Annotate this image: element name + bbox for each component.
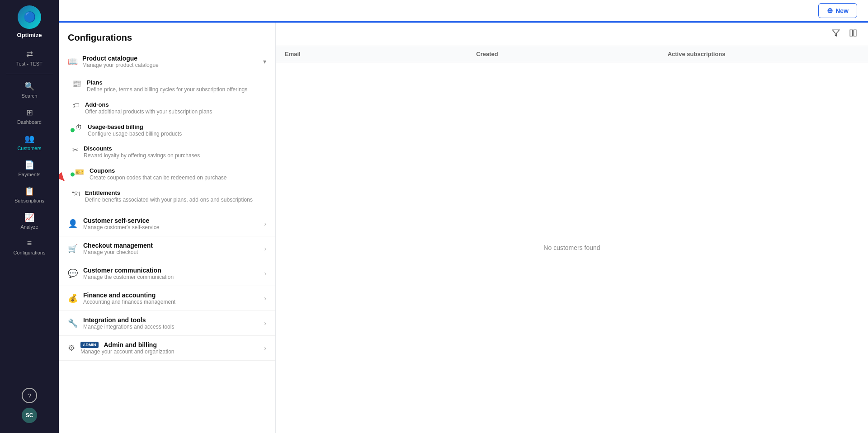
usage-billing-subtitle: Configure usage-based billing products	[88, 130, 182, 138]
finance-icon: 💰	[68, 293, 78, 303]
sidebar-item-customers[interactable]: 👥 Customers	[5, 130, 54, 155]
catalogue-title: Product catalogue	[82, 55, 263, 62]
admin-chevron: ›	[264, 344, 266, 352]
finance-chevron: ›	[264, 295, 266, 302]
sidebar-item-analyze[interactable]: 📈 Analyze	[5, 209, 54, 233]
payments-icon: 📄	[24, 160, 34, 170]
discounts-subtitle: Reward loyalty by offering savings on pu…	[84, 152, 200, 160]
analyze-label: Analyze	[20, 224, 38, 230]
catalogue-icon: 📖	[68, 56, 78, 66]
admin-icon: ⚙	[68, 343, 75, 353]
col-email: Email	[285, 51, 476, 57]
configurations-icon: ≡	[27, 239, 32, 248]
svg-rect-2	[850, 30, 852, 36]
usage-billing-title: Usage-based billing	[88, 123, 182, 130]
new-button[interactable]: ⊕ New	[818, 3, 857, 18]
admin-badge: ADMIN	[80, 342, 99, 348]
sub-item-discounts[interactable]: ✂ Discounts Reward loyalty by offering s…	[68, 141, 275, 163]
subscriptions-icon: 📋	[24, 186, 34, 196]
coupons-subtitle: Create coupon codes that can be redeemed…	[90, 174, 227, 182]
entitlements-subtitle: Define benefits associated with your pla…	[85, 196, 253, 204]
coupons-title: Coupons	[90, 167, 227, 174]
communication-title: Customer communication	[83, 267, 264, 274]
sidebar: 🔵 Optimize ⇄ Test - TEST 🔍 Search ⊞ Dash…	[0, 0, 59, 433]
admin-title: ADMIN Admin and billing	[80, 341, 264, 348]
self-service-icon: 👤	[68, 219, 78, 229]
checkout-title: Checkout management	[83, 242, 264, 249]
search-label: Search	[22, 93, 38, 99]
main-area: ⊕ New Configurations 📖 Product catalogue…	[59, 0, 868, 433]
page-title: Configurations	[59, 23, 275, 50]
sidebar-divider	[6, 74, 53, 74]
configurations-label: Configurations	[14, 250, 46, 255]
analyze-icon: 📈	[24, 212, 34, 222]
menu-item-integration[interactable]: 🔧 Integration and tools Manage integrati…	[59, 311, 275, 336]
help-button[interactable]: ?	[22, 388, 37, 403]
sub-item-plans[interactable]: 📰 Plans Define price, terms and billing …	[68, 75, 275, 97]
sub-item-addons[interactable]: 🏷 Add-ons Offer additional products with…	[68, 98, 275, 119]
menu-item-finance[interactable]: 💰 Finance and accounting Accounting and …	[59, 286, 275, 311]
menu-item-customer-communication[interactable]: 💬 Customer communication Manage the cust…	[59, 261, 275, 286]
self-service-title: Customer self-service	[83, 217, 264, 224]
app-name: Optimize	[17, 32, 42, 38]
discounts-title: Discounts	[84, 145, 200, 152]
addons-subtitle: Offer additional products with your subs…	[85, 108, 212, 116]
finance-subtitle: Accounting and finances management	[83, 299, 264, 305]
coupons-dot	[71, 173, 75, 177]
col-created: Created	[476, 51, 667, 57]
checkout-icon: 🛒	[68, 244, 78, 254]
user-avatar[interactable]: SC	[22, 408, 37, 423]
right-panel: Email Created Active subscriptions No cu…	[276, 23, 868, 433]
integration-title: Integration and tools	[83, 316, 264, 324]
addons-icon: 🏷	[72, 102, 80, 110]
new-button-label: New	[835, 7, 849, 14]
payments-label: Payments	[19, 172, 41, 177]
plans-title: Plans	[87, 79, 247, 86]
usage-billing-icon: ⏱	[75, 124, 82, 132]
sub-items-list: 📰 Plans Define price, terms and billing …	[59, 73, 275, 212]
subscriptions-label: Subscriptions	[14, 198, 44, 203]
integration-subtitle: Manage integrations and access tools	[83, 324, 264, 330]
content-area: Configurations 📖 Product catalogue Manag…	[59, 23, 868, 433]
left-panel: Configurations 📖 Product catalogue Manag…	[59, 23, 276, 433]
customers-label: Customers	[17, 146, 41, 151]
plans-subtitle: Define price, terms and billing cycles f…	[87, 86, 247, 94]
usage-billing-dot	[71, 128, 75, 132]
search-icon: 🔍	[24, 81, 34, 91]
entitlements-title: Entitlements	[85, 189, 253, 196]
sidebar-item-payments[interactable]: 📄 Payments	[5, 156, 54, 181]
menu-item-admin-billing[interactable]: ⚙ ADMIN Admin and billing Manage your ac…	[59, 336, 275, 361]
self-service-chevron: ›	[264, 220, 266, 227]
filter-icon	[832, 29, 840, 37]
entitlements-icon: 🍽	[72, 190, 80, 198]
swap-icon: ⇄	[26, 49, 33, 59]
app-logo[interactable]: 🔵	[18, 5, 41, 29]
sidebar-workspace[interactable]: ⇄ Test - TEST	[5, 46, 54, 70]
menu-item-checkout[interactable]: 🛒 Checkout management Manage your checko…	[59, 236, 275, 261]
coupons-icon: 🎫	[75, 168, 84, 176]
integration-icon: 🔧	[68, 318, 78, 328]
sub-item-entitlements[interactable]: 🍽 Entitlements Define benefits associate…	[68, 186, 275, 207]
columns-button[interactable]	[847, 27, 859, 41]
filter-button[interactable]	[830, 27, 842, 41]
communication-icon: 💬	[68, 268, 78, 278]
sidebar-item-subscriptions[interactable]: 📋 Subscriptions	[5, 183, 54, 207]
svg-marker-1	[833, 30, 840, 36]
sub-item-coupons[interactable]: 🎫 Coupons Create coupon codes that can b…	[68, 164, 275, 185]
workspace-label: Test - TEST	[16, 61, 42, 66]
sidebar-item-search[interactable]: 🔍 Search	[5, 78, 54, 102]
plus-icon: ⊕	[827, 6, 833, 15]
self-service-subtitle: Manage customer's self-service	[83, 224, 264, 231]
sidebar-item-dashboard[interactable]: ⊞ Dashboard	[5, 104, 54, 128]
catalogue-chevron-icon: ▾	[263, 58, 266, 65]
dashboard-icon: ⊞	[26, 108, 33, 118]
product-catalogue-header[interactable]: 📖 Product catalogue Manage your product …	[59, 50, 275, 73]
svg-rect-3	[854, 30, 856, 36]
sidebar-item-configurations[interactable]: ≡ Configurations	[5, 235, 54, 259]
menu-item-customer-self-service[interactable]: 👤 Customer self-service Manage customer'…	[59, 212, 275, 236]
sub-item-usage-billing[interactable]: ⏱ Usage-based billing Configure usage-ba…	[68, 120, 275, 141]
integration-chevron: ›	[264, 320, 266, 327]
admin-subtitle: Manage your account and organization	[80, 348, 264, 355]
communication-subtitle: Manage the customer communication	[83, 274, 264, 280]
sidebar-bottom: ? SC	[22, 388, 37, 428]
